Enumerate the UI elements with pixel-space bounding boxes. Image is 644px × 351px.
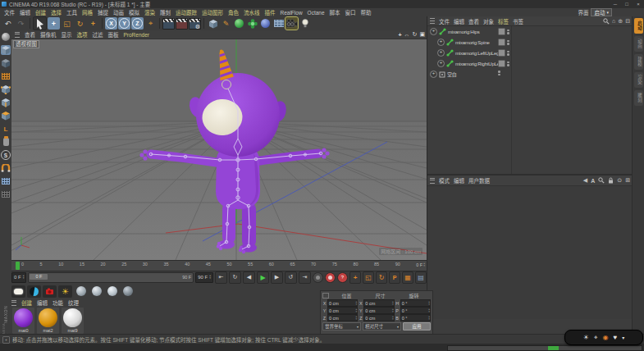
path-up-icon[interactable]: ⊕ — [618, 18, 623, 25]
position-z-field[interactable]: 0 cm▴▾ — [327, 314, 358, 321]
end-frame-field[interactable]: 90 F▴▾ — [195, 272, 213, 283]
rotation-b-field[interactable]: 0 °▴▾ — [400, 314, 431, 321]
light-icon[interactable] — [299, 17, 311, 30]
mat-menu-edit[interactable]: 编辑 — [37, 299, 48, 307]
render-picture-viewer-icon[interactable] — [176, 17, 188, 30]
record-dot-icon[interactable]: ◉ — [602, 334, 608, 341]
zoom-view-icon[interactable]: ⇔ — [404, 32, 410, 38]
make-editable-icon[interactable] — [1, 32, 11, 42]
goto-end-button[interactable]: ⇥ — [299, 271, 311, 284]
layout-tab-startup[interactable]: 启动 — [634, 18, 643, 34]
menu-render[interactable]: 渲染 — [144, 8, 155, 16]
menu-snap[interactable]: 捕捉 — [98, 8, 108, 16]
back-icon[interactable]: ◀ — [583, 177, 587, 184]
menu-mesh[interactable]: 网格 — [82, 8, 93, 16]
record-button[interactable] — [313, 272, 323, 283]
om-menu-tags[interactable]: 标签 — [498, 17, 509, 25]
om-menu-file[interactable]: 文件 — [439, 17, 450, 25]
vp-menu-view[interactable]: 查看 — [25, 30, 35, 39]
am-menu-mode[interactable]: 模式 — [439, 176, 450, 185]
sky-icon[interactable] — [259, 17, 272, 30]
size-z-field[interactable]: 0 cm▴▾ — [363, 314, 394, 321]
rotation-key-toggle[interactable]: ↻ — [376, 271, 387, 284]
render-view-icon[interactable] — [162, 17, 175, 30]
menu-motion-tracker[interactable]: 运动跟踪 — [176, 8, 197, 16]
snap-magnet-icon[interactable] — [1, 163, 11, 173]
home-icon[interactable]: ⌂ — [612, 18, 615, 24]
size-x-field[interactable]: 0 cm▴▾ — [363, 299, 394, 307]
om-menu-objects[interactable]: 对象 — [483, 17, 494, 25]
vp-menu-filter[interactable]: 过滤 — [93, 30, 103, 39]
timeline-ruler[interactable]: 05 1015 2025 3035 4045 5055 6065 7075 80… — [11, 260, 427, 271]
hdri-sphere-icon[interactable] — [105, 285, 119, 298]
tag-icon[interactable] — [498, 28, 505, 35]
maximize-button[interactable]: □ — [621, 2, 633, 7]
viewport-solo-icon[interactable] — [1, 137, 11, 147]
visibility-dots[interactable] — [498, 71, 500, 75]
autokey-button[interactable] — [325, 272, 336, 283]
tag-icon[interactable] — [498, 39, 505, 46]
play-reverse-button[interactable]: ↺ — [285, 271, 297, 284]
object-row-hips[interactable]: + mixamorig:Hips — [427, 26, 633, 37]
object-row-spine[interactable]: + mixamorig:Spine — [427, 37, 633, 48]
scale-tool-icon[interactable]: ◱ — [61, 17, 73, 30]
close-button[interactable]: × — [633, 2, 644, 7]
panel-menu-icon[interactable] — [11, 300, 16, 306]
polygons-mode-icon[interactable] — [1, 111, 11, 121]
menu-window[interactable]: 窗口 — [345, 8, 356, 16]
tag-icon[interactable] — [498, 49, 505, 57]
om-menu-view[interactable]: 查看 — [468, 17, 479, 25]
vp-menu-panel[interactable]: 面板 — [108, 30, 119, 39]
x-axis-lock-icon[interactable]: X — [105, 17, 117, 30]
menu-edit[interactable]: 编辑 — [20, 8, 30, 16]
expand-icon[interactable]: + — [430, 28, 437, 35]
vp-menu-prorender[interactable]: ProRender — [124, 32, 149, 38]
quantize-icon[interactable]: S — [1, 150, 11, 160]
edges-mode-icon[interactable] — [1, 98, 11, 107]
layout-tab-render[interactable]: 渲染 — [634, 72, 643, 88]
camera-preset-icon[interactable] — [43, 285, 57, 298]
rotate-view-icon[interactable]: ↻ — [413, 31, 418, 38]
layout-dropdown[interactable]: 启动▾ — [591, 8, 612, 16]
current-frame-field[interactable]: 0 F▴▾ — [11, 272, 26, 283]
menu-select[interactable]: 选择 — [51, 8, 62, 16]
workplane-lock-icon[interactable] — [1, 189, 11, 199]
tag-icon[interactable] — [498, 60, 505, 67]
scale-key-toggle[interactable]: ◱ — [363, 271, 374, 284]
layout-icon[interactable]: ⊞ — [625, 177, 630, 184]
workplane-icon[interactable] — [1, 176, 11, 186]
track-icon[interactable]: ⊙ — [617, 177, 622, 184]
filter-icon[interactable]: ⊟ — [625, 18, 630, 25]
expand-icon[interactable]: + — [437, 49, 445, 57]
position-key-toggle[interactable]: + — [349, 271, 361, 284]
object-row-null[interactable]: + 空白 — [427, 69, 633, 80]
expand-icon[interactable]: + — [437, 60, 445, 67]
material-item[interactable]: mat0 — [12, 308, 34, 334]
last-tool-icon[interactable]: + — [87, 17, 99, 30]
search-icon[interactable] — [603, 18, 610, 25]
menu-mograph[interactable]: 运动图形 — [202, 8, 223, 16]
mat-menu-texture[interactable]: 纹理 — [68, 299, 79, 307]
expand-icon[interactable]: + — [437, 39, 445, 46]
panel-menu-icon[interactable] — [430, 178, 435, 184]
dopesheet-icon[interactable]: ▤ — [415, 271, 427, 284]
menu-character[interactable]: 角色 — [228, 8, 239, 16]
floor-icon[interactable] — [272, 17, 285, 30]
menu-plugins[interactable]: 插件 — [265, 8, 276, 16]
object-row-leftupleg[interactable]: + mixamorig:LeftUpLeg — [427, 48, 633, 58]
minimize-button[interactable]: ─ — [610, 2, 621, 7]
om-menu-edit[interactable]: 编辑 — [454, 17, 464, 25]
layout-tab-animate[interactable]: 动画 — [634, 36, 643, 52]
menu-simulate[interactable]: 模拟 — [129, 8, 139, 16]
pla-key-toggle[interactable]: ▦ — [402, 271, 413, 284]
visibility-dots[interactable] — [507, 30, 509, 34]
light-preset-icon[interactable]: ☀ — [58, 285, 72, 298]
vp-menu-display[interactable]: 显示 — [62, 30, 72, 39]
menu-octane[interactable]: Octane — [308, 10, 325, 16]
visibility-dots[interactable] — [507, 51, 509, 56]
menu-script[interactable]: 脚本 — [330, 8, 340, 16]
timeline-range-slider[interactable]: 0 F 90 F — [28, 272, 194, 283]
material-item[interactable]: mat9 — [62, 308, 84, 334]
menu-create[interactable]: 创建 — [35, 8, 46, 16]
target-icon[interactable]: ⌖ — [594, 334, 598, 342]
